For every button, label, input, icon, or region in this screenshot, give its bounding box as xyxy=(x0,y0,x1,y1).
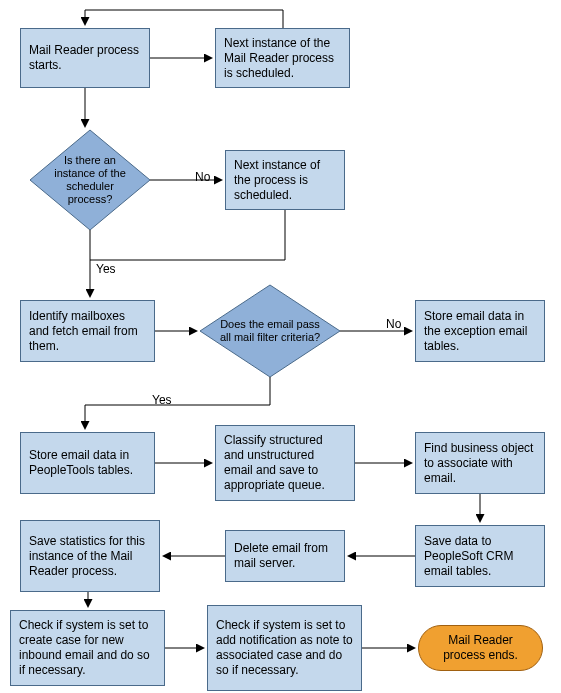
node-store: Store email data in PeopleTools tables. xyxy=(20,432,155,494)
node-store-text: Store email data in PeopleTools tables. xyxy=(29,448,146,478)
node-delete-text: Delete email from mail server. xyxy=(234,541,336,571)
node-d1: Is there an instance of the scheduler pr… xyxy=(30,130,150,230)
node-start-text: Mail Reader process starts. xyxy=(29,43,141,73)
node-exc: Store email data in the exception email … xyxy=(415,300,545,362)
edge-d1-yes: Yes xyxy=(96,262,116,276)
edge-d2-no: No xyxy=(386,317,401,331)
edge-d1-no: No xyxy=(195,170,210,184)
node-end: Mail Reader process ends. xyxy=(418,625,543,671)
node-fetch: Identify mailboxes and fetch email from … xyxy=(20,300,155,362)
node-addnote: Check if system is set to add notificati… xyxy=(207,605,362,691)
node-exc-text: Store email data in the exception email … xyxy=(424,309,536,354)
node-fetch-text: Identify mailboxes and fetch email from … xyxy=(29,309,146,354)
node-d1-text: Is there an instance of the scheduler pr… xyxy=(30,130,150,230)
node-addnote-text: Check if system is set to add notificati… xyxy=(216,618,353,678)
node-stats-text: Save statistics for this instance of the… xyxy=(29,534,151,579)
node-sched2-text: Next instance of the process is schedule… xyxy=(234,158,336,203)
flowchart-canvas: Mail Reader process starts. Next instanc… xyxy=(0,0,561,693)
node-d2-text: Does the email pass all mail filter crit… xyxy=(200,285,340,377)
node-delete: Delete email from mail server. xyxy=(225,530,345,582)
node-sched1-text: Next instance of the Mail Reader process… xyxy=(224,36,341,81)
node-sched1: Next instance of the Mail Reader process… xyxy=(215,28,350,88)
node-crm-text: Save data to PeopleSoft CRM email tables… xyxy=(424,534,536,579)
node-stats: Save statistics for this instance of the… xyxy=(20,520,160,592)
node-crm: Save data to PeopleSoft CRM email tables… xyxy=(415,525,545,587)
node-createcase-text: Check if system is set to create case fo… xyxy=(19,618,156,678)
node-end-text: Mail Reader process ends. xyxy=(427,633,534,663)
node-find: Find business object to associate with e… xyxy=(415,432,545,494)
node-classify-text: Classify structured and unstructured ema… xyxy=(224,433,346,493)
node-createcase: Check if system is set to create case fo… xyxy=(10,610,165,686)
node-classify: Classify structured and unstructured ema… xyxy=(215,425,355,501)
edge-d2-yes: Yes xyxy=(152,393,172,407)
node-sched2: Next instance of the process is schedule… xyxy=(225,150,345,210)
node-start: Mail Reader process starts. xyxy=(20,28,150,88)
node-d2: Does the email pass all mail filter crit… xyxy=(200,285,340,377)
node-find-text: Find business object to associate with e… xyxy=(424,441,536,486)
